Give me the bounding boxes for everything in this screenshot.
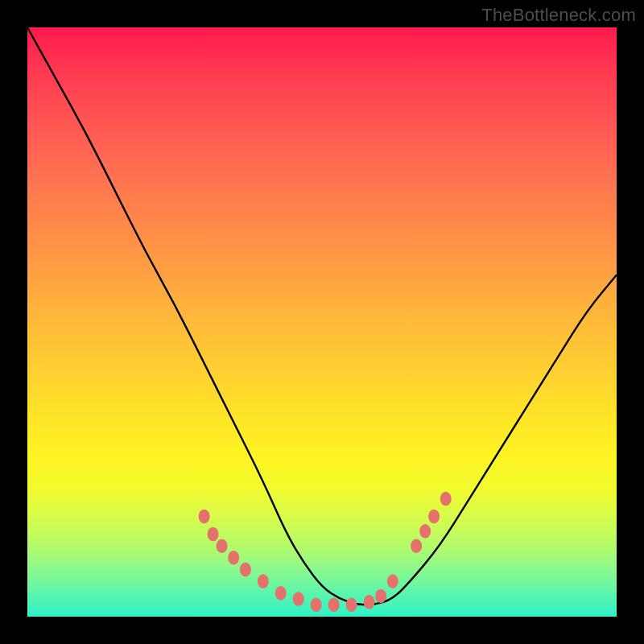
- curve-marker: [208, 527, 219, 542]
- curve-marker: [217, 539, 228, 553]
- curve-marker: [419, 524, 431, 539]
- curve-marker: [411, 539, 422, 553]
- watermark-text: TheBottleneck.com: [481, 5, 636, 26]
- curve-marker: [311, 598, 322, 613]
- curve-marker: [387, 574, 398, 588]
- curve-markers: [199, 492, 452, 612]
- curve-marker: [199, 510, 210, 524]
- curve-marker: [346, 598, 357, 613]
- curve-marker: [258, 574, 269, 588]
- curve-marker: [240, 563, 251, 577]
- curve-marker: [293, 592, 304, 606]
- curve-marker: [328, 598, 340, 613]
- curve-marker: [275, 586, 287, 601]
- chart-outer-frame: TheBottleneck.com: [0, 0, 644, 644]
- curve-marker: [440, 492, 452, 506]
- curve-marker: [364, 595, 375, 609]
- curve-marker: [428, 510, 440, 524]
- chart-plot-area: [27, 27, 617, 617]
- curve-line: [27, 27, 617, 605]
- chart-overlay-svg: [27, 27, 617, 617]
- curve-marker: [375, 589, 386, 604]
- curve-marker: [228, 551, 239, 565]
